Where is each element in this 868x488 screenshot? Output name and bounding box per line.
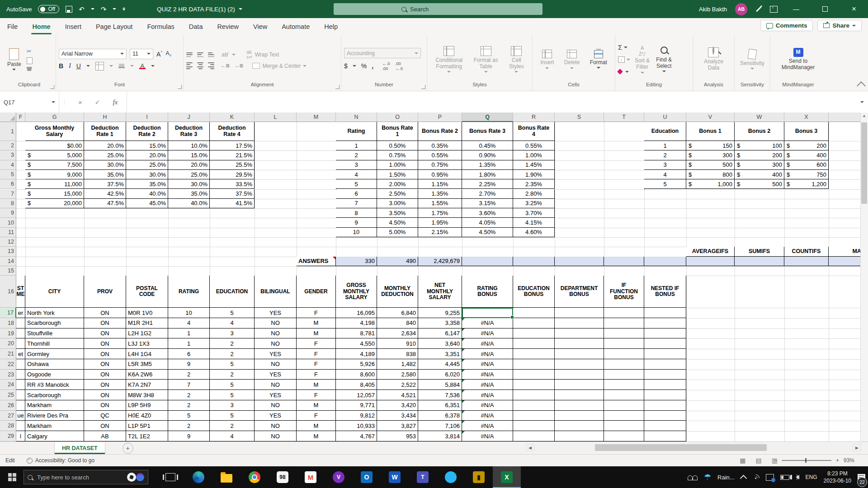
column-header-Q[interactable]: Q (462, 113, 513, 122)
grid-cell[interactable]: 3.60% (462, 208, 513, 218)
row-header-27[interactable]: 27 (0, 411, 16, 421)
hr-table-cell[interactable]: 5 (210, 380, 255, 390)
column-header-H[interactable]: H (84, 113, 126, 122)
hr-table-cell[interactable]: et (16, 349, 25, 359)
increase-font-icon[interactable]: A^ (156, 50, 163, 58)
grid-cell[interactable]: 0.35% (418, 141, 462, 150)
grid-cell[interactable] (513, 257, 555, 266)
grid-cell[interactable]: 17.5% (210, 141, 255, 150)
row-header-21[interactable]: 21 (0, 349, 16, 359)
select-all-corner[interactable] (0, 113, 16, 122)
grid-cell[interactable]: 42.5% (84, 189, 126, 199)
grid-cell[interactable]: 15.0% (168, 150, 210, 160)
hr-table-cell[interactable]: ON (84, 390, 126, 400)
grid-cell[interactable]: 1.15% (418, 179, 462, 189)
grid-cell[interactable]: 1.00% (377, 160, 418, 170)
hr-table-cell[interactable] (513, 400, 555, 411)
hr-table-cell[interactable] (513, 349, 555, 359)
hr-table-cell[interactable]: L3J 1X3 (126, 338, 168, 349)
normal-view-icon[interactable]: ▦ (740, 457, 745, 464)
hr-table-cell[interactable]: 8,600 (336, 370, 377, 380)
font-launcher-icon[interactable] (178, 85, 182, 89)
hr-table-cell[interactable]: Calgary (25, 431, 84, 441)
grid-cell[interactable]: 1.75% (418, 208, 462, 218)
grid-cell[interactable]: 4.05% (462, 218, 513, 227)
grid-cell[interactable]: 1.80% (462, 170, 513, 179)
hr-table-cell[interactable]: 5 (168, 411, 210, 421)
hr-table-cell[interactable] (555, 328, 604, 339)
hr-table-cell[interactable]: ON (84, 380, 126, 390)
salary-table-header[interactable]: Deduction Rate 4 (210, 122, 255, 141)
hr-table-cell[interactable]: ON (84, 349, 126, 359)
grid-cell[interactable]: 37.5% (84, 179, 126, 189)
hr-table-cell[interactable]: 12,057 (336, 390, 377, 400)
hr-table-cell[interactable] (644, 400, 686, 411)
column-header-K[interactable]: K (210, 113, 255, 122)
tab-home[interactable]: Home (25, 18, 57, 35)
grid-cell[interactable]: $0.00 (25, 141, 84, 150)
hr-table-cell[interactable]: 840 (377, 318, 418, 328)
hr-table-cell[interactable] (513, 431, 555, 441)
grid-cell[interactable] (462, 257, 513, 266)
grid-cell[interactable]: $150 (686, 141, 735, 150)
row-header-11[interactable]: 11 (0, 228, 16, 237)
column-header-P[interactable]: P (418, 113, 462, 122)
grid-cell[interactable]: 30.0% (84, 160, 126, 170)
hr-table-cell[interactable]: ON (84, 318, 126, 328)
grid-cell[interactable]: $5,000 (25, 150, 84, 160)
hr-table-header[interactable]: EDUCATION BONUS (513, 276, 555, 308)
column-header-S[interactable]: S (555, 113, 604, 122)
hr-table-cell[interactable]: M (297, 380, 336, 390)
grid-cell[interactable]: 0.45% (462, 141, 513, 150)
grid-cell[interactable]: 25.0% (126, 160, 168, 170)
sync-icon[interactable] (766, 474, 774, 481)
outlook-taskbar-icon[interactable]: O (353, 466, 381, 488)
horizontal-scroll-thumb[interactable] (595, 444, 767, 451)
hr-table-cell[interactable]: T2L 1E2 (126, 431, 168, 441)
grid-cell[interactable]: 25.5% (210, 160, 255, 170)
insert-cells-button[interactable]: Insert (538, 49, 556, 70)
hr-table-cell[interactable]: H0E 4Z0 (126, 411, 168, 421)
hr-table-header[interactable]: BILINGUAL (255, 276, 297, 308)
autosum-button[interactable]: Σ (618, 42, 630, 52)
grid-cell[interactable]: 10 (336, 228, 377, 237)
grid-cell[interactable]: $100 (735, 141, 784, 150)
increase-decimal-icon[interactable]: ←.0.00 (382, 61, 390, 71)
hr-table-cell[interactable] (604, 318, 644, 328)
column-header-X[interactable]: X (784, 113, 829, 122)
hr-table-cell[interactable] (555, 318, 604, 328)
hr-table-cell[interactable]: ON (84, 328, 126, 339)
hr-table-cell[interactable] (16, 318, 25, 328)
file-explorer-taskbar-icon[interactable] (212, 466, 241, 488)
row-header-17[interactable]: 17 (0, 308, 16, 318)
grid-cell[interactable]: 1.00% (513, 150, 555, 160)
answers-label[interactable]: ANSWERS (297, 257, 336, 266)
hr-table-cell[interactable] (644, 431, 686, 441)
viber-taskbar-icon[interactable]: V (325, 466, 353, 488)
grid-cell[interactable]: 3 (644, 160, 686, 170)
accounting-format-icon[interactable]: $ (344, 62, 348, 70)
hr-table-cell[interactable]: 3,640 (418, 338, 462, 349)
grid-cell[interactable]: 29.5% (210, 170, 255, 179)
grid-cell[interactable]: 30.0% (168, 179, 210, 189)
grid-cell[interactable]: 2.80% (513, 189, 555, 199)
hr-table-cell[interactable]: 3,420 (377, 400, 418, 411)
grid-cell[interactable]: 4 (644, 170, 686, 179)
hr-table-cell[interactable]: 5 (210, 411, 255, 421)
hr-table-cell[interactable]: QC (84, 411, 126, 421)
grid-cell[interactable]: 41.5% (210, 199, 255, 208)
hr-table-cell[interactable]: 6 (168, 349, 210, 359)
comma-style-icon[interactable]: , (372, 62, 373, 70)
hr-table-cell[interactable]: 4 (210, 431, 255, 441)
hr-table-cell[interactable]: Markham (25, 421, 84, 431)
hr-table-cell[interactable]: 7,106 (418, 421, 462, 431)
hr-table-cell[interactable] (644, 380, 686, 390)
hr-table-cell[interactable] (16, 390, 25, 400)
grid-cell[interactable]: $200 (784, 141, 829, 150)
teams-taskbar-icon[interactable]: T (409, 466, 437, 488)
grid-cell[interactable]: 40.0% (126, 189, 168, 199)
fill-button[interactable]: ↓ (618, 55, 630, 65)
grid-cell[interactable]: 3.15% (462, 199, 513, 208)
hr-table-cell[interactable]: M (297, 421, 336, 431)
hr-table-cell[interactable]: 5 (210, 359, 255, 370)
